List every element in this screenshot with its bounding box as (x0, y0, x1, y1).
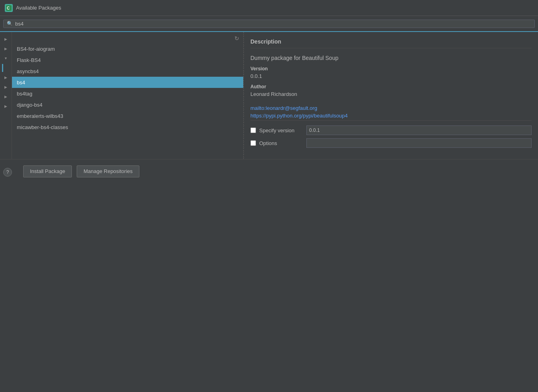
list-item[interactable]: BS4-for-aiogram (12, 43, 243, 54)
list-item[interactable]: django-bs4 (12, 99, 243, 110)
svg-text:C: C (7, 6, 10, 10)
specify-version-label: Specify version (259, 127, 303, 133)
author-value: Leonard Richardson (250, 91, 532, 97)
nav-arrow-1[interactable]: ▶ (2, 35, 10, 43)
search-input-wrapper: 🔍 (3, 20, 535, 28)
author-label: Author (250, 84, 532, 90)
install-package-button[interactable]: Install Package (23, 165, 72, 177)
content-area: ▶ ▶ ▼ ▶ ▶ ▶ ▶ ↻ BS4-for-aiogram Flask-BS… (0, 32, 538, 159)
list-item[interactable]: micawber-bs4-classes (12, 121, 243, 133)
list-item[interactable]: Flask-BS4 (12, 54, 243, 66)
options-row: Options (250, 137, 532, 149)
app-icon: C (5, 4, 13, 12)
version-value: 0.0.1 (250, 73, 532, 79)
refresh-button[interactable]: ↻ (232, 34, 242, 43)
left-nav-sidebar: ▶ ▶ ▼ ▶ ▶ ▶ ▶ (0, 32, 12, 159)
list-item-selected[interactable]: bs4 (12, 77, 243, 88)
desc-package-name: Dummy package for Beautiful Soup (250, 55, 532, 61)
specify-version-row: Specify version (250, 124, 532, 137)
panel-divider (244, 32, 244, 159)
list-item[interactable]: asyncbs4 (12, 66, 243, 77)
description-panel: Description Dummy package for Beautiful … (244, 32, 538, 159)
window-title: Available Packages (16, 5, 61, 11)
nav-arrow-6[interactable]: ▶ (2, 93, 10, 101)
footer-bar: Install Package Manage Repositories ? (0, 159, 538, 183)
options-label: Options (259, 140, 303, 146)
search-icon: 🔍 (7, 21, 13, 26)
nav-arrow-7[interactable]: ▶ (2, 102, 10, 110)
description-title: Description (250, 38, 532, 48)
bottom-options: Specify version Options (250, 120, 532, 153)
packages-header: ↻ (12, 32, 243, 43)
help-button[interactable]: ? (3, 168, 12, 177)
search-bar: 🔍 (0, 16, 538, 32)
specify-version-checkbox[interactable] (250, 127, 256, 133)
nav-arrow-3[interactable]: ▼ (2, 54, 10, 62)
nav-arrow-2[interactable]: ▶ (2, 45, 10, 53)
options-checkbox[interactable] (250, 140, 256, 146)
options-input[interactable] (306, 138, 532, 148)
nav-arrow-active[interactable] (2, 64, 10, 72)
packages-list: BS4-for-aiogram Flask-BS4 asyncbs4 bs4 b… (12, 43, 243, 159)
desc-links: mailto:leonardr@segfault.org https://pyp… (250, 105, 532, 120)
list-item[interactable]: emberalerts-wilbs43 (12, 110, 243, 121)
specify-version-input[interactable] (306, 125, 532, 135)
desc-link-email[interactable]: mailto:leonardr@segfault.org (250, 105, 532, 111)
packages-panel: ↻ BS4-for-aiogram Flask-BS4 asyncbs4 bs4… (12, 32, 244, 159)
version-label: Version (250, 66, 532, 72)
title-bar: C Available Packages (0, 0, 538, 16)
manage-repositories-button[interactable]: Manage Repositories (77, 165, 139, 177)
desc-link-url[interactable]: https://pypi.python.org/pypi/beautifulso… (250, 113, 532, 119)
list-item[interactable]: bs4tag (12, 88, 243, 99)
nav-arrow-5[interactable]: ▶ (2, 83, 10, 91)
search-input[interactable] (15, 21, 531, 27)
nav-arrow-4[interactable]: ▶ (2, 74, 10, 82)
